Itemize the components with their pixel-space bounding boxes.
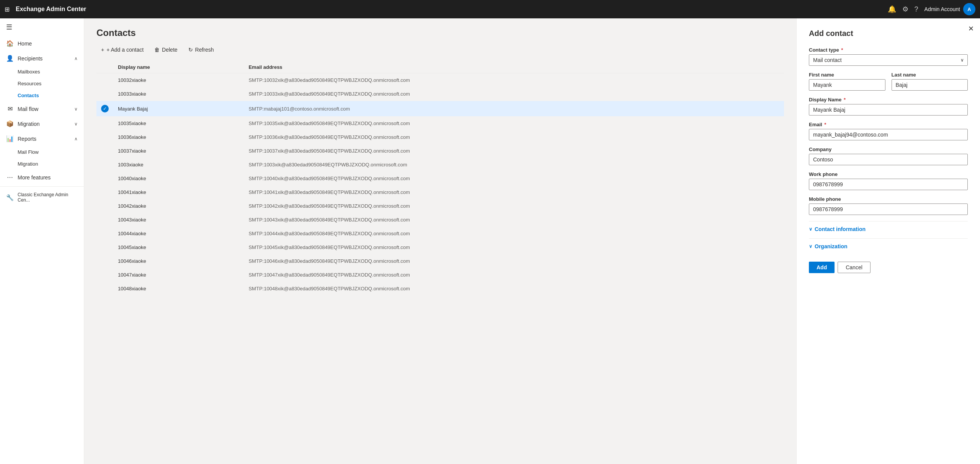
table-row[interactable]: 10032xiaokeSMTP:10032xik@a830edad9050849… (96, 73, 784, 87)
email-input[interactable] (809, 129, 968, 140)
user-menu[interactable]: Admin Account A (924, 3, 975, 15)
close-button[interactable]: ✕ (968, 24, 974, 33)
cancel-button[interactable]: Cancel (838, 262, 871, 273)
contact-name: 10033xiaoke (113, 87, 244, 101)
table-row[interactable]: 10048xiaokeSMTP:10048xik@a830edad9050849… (96, 282, 784, 296)
table-row[interactable]: 10035xiaokeSMTP:10035xik@a830edad9050849… (96, 117, 784, 130)
display-name-input[interactable] (809, 104, 968, 116)
contact-name: 10043xiaoke (113, 213, 244, 227)
add-contact-button[interactable]: + + Add a contact (96, 44, 148, 55)
company-label: Company (809, 147, 968, 152)
sidebar-label-recipients: Recipients (18, 55, 70, 62)
organization-section[interactable]: ∨ Organization (809, 238, 968, 252)
add-contact-panel: ✕ Add contact Contact type * Mail contac… (796, 18, 980, 464)
grid-icon[interactable]: ⊞ (5, 6, 10, 13)
sidebar-item-mail-flow-report[interactable]: Mail Flow (18, 146, 84, 158)
table-row[interactable]: 10042xiaokeSMTP:10042xik@a830edad9050849… (96, 199, 784, 213)
sidebar-item-reports[interactable]: 📊 Reports ∧ (0, 131, 84, 146)
table-row[interactable]: 10045xiaokeSMTP:10045xik@a830edad9050849… (96, 241, 784, 254)
contact-email: SMTP:10046xik@a830edad9050849EQTPWBJZXOD… (244, 254, 784, 268)
migration-icon: 📦 (6, 120, 14, 127)
contact-email: SMTP:10036xik@a830edad9050849EQTPWBJZXOD… (244, 130, 784, 144)
contact-email: SMTP:10033xik@a830edad9050849EQTPWBJZXOD… (244, 87, 784, 101)
sidebar-item-migration[interactable]: 📦 Migration ∨ (0, 116, 84, 131)
table-row[interactable]: 10047xiaokeSMTP:10047xik@a830edad9050849… (96, 268, 784, 282)
contact-name: Mayank Bajaj (113, 101, 244, 117)
table-row[interactable]: 10046xiaokeSMTP:10046xik@a830edad9050849… (96, 254, 784, 268)
chevron-up-reports-icon: ∧ (74, 136, 78, 142)
row-check (96, 282, 113, 296)
contact-email: SMTP:10032xik@a830edad9050849EQTPWBJZXOD… (244, 73, 784, 87)
contact-email: SMTP:10048xik@a830edad9050849EQTPWBJZXOD… (244, 282, 784, 296)
last-name-input[interactable] (892, 79, 968, 91)
contact-info-section[interactable]: ∨ Contact information (809, 221, 968, 235)
table-row[interactable]: 10044xiaokeSMTP:10044xik@a830edad9050849… (96, 227, 784, 241)
row-check (96, 199, 113, 213)
row-check (96, 186, 113, 199)
notification-icon[interactable]: 🔔 (888, 5, 896, 13)
contact-email: SMTP:10044xik@a830edad9050849EQTPWBJZXOD… (244, 227, 784, 241)
work-phone-input[interactable] (809, 179, 968, 190)
help-icon[interactable]: ? (915, 5, 918, 13)
email-label: Email * (809, 122, 968, 127)
contact-email: SMTP:10045xik@a830edad9050849EQTPWBJZXOD… (244, 241, 784, 254)
panel-title: Add contact (809, 29, 968, 38)
contact-name: 1003xiaoke (113, 158, 244, 172)
sidebar-item-migration-report[interactable]: Migration (18, 158, 84, 170)
row-check (96, 268, 113, 282)
chevron-up-icon: ∧ (74, 56, 78, 61)
table-row[interactable]: 10036xiaokeSMTP:10036xik@a830edad9050849… (96, 130, 784, 144)
contact-email: SMTP:1003xik@a830edad9050849EQTPWBJZXODQ… (244, 158, 784, 172)
sidebar-item-recipients[interactable]: 👤 Recipients ∧ (0, 51, 84, 66)
table-row[interactable]: 10033xiaokeSMTP:10033xik@a830edad9050849… (96, 87, 784, 101)
avatar: A (963, 3, 975, 15)
home-icon: 🏠 (6, 40, 14, 47)
sidebar-label-more-features: More features (18, 174, 78, 181)
contact-type-wrapper: Mail contact Mail user ∨ (809, 54, 968, 66)
sidebar-item-resources[interactable]: Resources (18, 78, 84, 90)
settings-icon[interactable]: ⚙ (902, 5, 908, 13)
col-check (96, 61, 113, 73)
mobile-phone-input[interactable] (809, 204, 968, 215)
row-check (96, 130, 113, 144)
table-row[interactable]: 10041xiaokeSMTP:10041xik@a830edad9050849… (96, 186, 784, 199)
hamburger-menu[interactable]: ☰ (0, 18, 84, 36)
toolbar: + + Add a contact 🗑 Delete ↻ Refresh (96, 44, 784, 55)
refresh-button[interactable]: ↻ Refresh (184, 44, 219, 55)
sidebar-item-contacts[interactable]: Contacts (18, 90, 84, 101)
delete-button[interactable]: 🗑 Delete (150, 44, 182, 55)
contacts-panel: Contacts + + Add a contact 🗑 Delete ↻ Re… (84, 18, 796, 464)
company-input[interactable] (809, 154, 968, 165)
first-name-input[interactable] (809, 79, 885, 91)
sidebar-item-mailflow[interactable]: ✉ Mail flow ∨ (0, 101, 84, 116)
table-row[interactable]: ✓Mayank BajajSMTP:mabajaj101@contoso.onm… (96, 101, 784, 117)
sidebar-item-classic-admin[interactable]: 🔧 Classic Exchange Admin Cen... (0, 188, 84, 207)
chevron-down-migration-icon: ∨ (74, 121, 78, 127)
sidebar-item-mailboxes[interactable]: Mailboxes (18, 66, 84, 78)
add-button[interactable]: Add (809, 262, 835, 273)
sidebar-label-migration: Migration (18, 121, 70, 127)
sidebar-item-more-features[interactable]: ⋯ More features (0, 170, 84, 185)
table-row[interactable]: 10037xiaokeSMTP:10037xik@a830edad9050849… (96, 144, 784, 158)
table-row[interactable]: 1003xiaokeSMTP:1003xik@a830edad9050849EQ… (96, 158, 784, 172)
contact-type-select[interactable]: Mail contact Mail user (809, 54, 968, 66)
contact-name: 10042xiaoke (113, 199, 244, 213)
sidebar-item-home[interactable]: 🏠 Home (0, 36, 84, 51)
row-check (96, 227, 113, 241)
sidebar-label-classic-admin: Classic Exchange Admin Cen... (18, 192, 78, 203)
contact-name: 10048xiaoke (113, 282, 244, 296)
contact-name: 10047xiaoke (113, 268, 244, 282)
sidebar-label-reports: Reports (18, 136, 70, 142)
contact-name: 10041xiaoke (113, 186, 244, 199)
contact-email: SMTP:10040xik@a830edad9050849EQTPWBJZXOD… (244, 172, 784, 186)
row-check (96, 87, 113, 101)
table-row[interactable]: 10040xiaokeSMTP:10040xik@a830edad9050849… (96, 172, 784, 186)
sidebar: ☰ 🏠 Home 👤 Recipients ∧ Mailboxes Resour… (0, 18, 84, 464)
contact-name: 10035xiaoke (113, 117, 244, 130)
table-row[interactable]: 10043xiaokeSMTP:10043xik@a830edad9050849… (96, 213, 784, 227)
contact-name: 10045xiaoke (113, 241, 244, 254)
chevron-down-contact-icon: ∨ (809, 226, 812, 232)
sidebar-divider (0, 186, 84, 187)
more-features-icon: ⋯ (6, 174, 14, 181)
content-split: Contacts + + Add a contact 🗑 Delete ↻ Re… (84, 18, 980, 464)
